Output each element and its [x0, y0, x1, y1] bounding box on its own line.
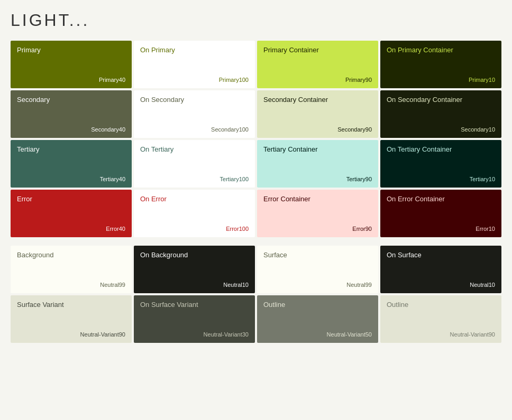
- cell-code-on-primary-container: Primary10: [469, 77, 495, 83]
- cell-code-surface: Neutral99: [346, 282, 372, 288]
- cell-label-outline: Outline: [263, 301, 372, 309]
- color-cell-secondary-container: Secondary ContainerSecondary90: [257, 90, 378, 138]
- cell-code-on-error-container: Error10: [476, 226, 495, 232]
- color-cell-tertiary: TertiaryTertiary40: [11, 140, 132, 188]
- cell-code-on-secondary: Secondary100: [211, 126, 249, 133]
- color-cell-on-secondary-container: On Secondary ContainerSecondary10: [380, 90, 501, 138]
- color-cell-error: ErrorError40: [11, 190, 132, 237]
- color-cell-on-primary-container: On Primary ContainerPrimary10: [380, 41, 501, 88]
- cell-code-tertiary: Tertiary40: [100, 176, 125, 182]
- color-cell-on-surface: On SurfaceNeutral10: [380, 246, 501, 293]
- cell-code-on-error: Error100: [226, 226, 249, 232]
- color-grid: PrimaryPrimary40On PrimaryPrimary100Prim…: [11, 41, 501, 343]
- color-cell-background: BackgroundNeutral99: [11, 246, 132, 293]
- cell-label-on-error-container: On Error Container: [387, 195, 495, 203]
- cell-code-on-secondary-container: Secondary10: [461, 126, 495, 133]
- row-surface-variant-row: Surface VariantNeutral-Variant90On Surfa…: [11, 295, 501, 343]
- color-cell-on-background: On BackgroundNeutral10: [134, 246, 255, 293]
- cell-label-on-background: On Background: [140, 251, 249, 259]
- cell-code-on-surface: Neutral10: [470, 282, 495, 288]
- cell-label-secondary: Secondary: [17, 96, 125, 104]
- cell-code-on-primary: Primary100: [219, 77, 249, 83]
- cell-label-primary: Primary: [17, 46, 125, 54]
- cell-label-surface: Surface: [263, 251, 372, 259]
- cell-code-on-tertiary-container: Tertiary10: [470, 176, 495, 182]
- color-cell-secondary: SecondarySecondary40: [11, 90, 132, 138]
- cell-code-on-background: Neutral10: [223, 282, 249, 288]
- cell-code-on-surface-variant: Neutral-Variant30: [204, 331, 249, 338]
- color-cell-primary: PrimaryPrimary40: [11, 41, 132, 88]
- cell-label-on-error: On Error: [140, 195, 249, 203]
- cell-code-primary-container: Primary90: [345, 77, 372, 83]
- color-cell-tertiary-container: Tertiary ContainerTertiary90: [257, 140, 378, 188]
- cell-label-on-surface-variant: On Surface Variant: [140, 301, 249, 309]
- color-cell-surface-variant: Surface VariantNeutral-Variant90: [11, 295, 132, 343]
- color-cell-on-secondary: On SecondarySecondary100: [134, 90, 255, 138]
- cell-label-tertiary: Tertiary: [17, 145, 125, 153]
- page-title: LIGHT...: [11, 11, 501, 30]
- color-cell-outline: OutlineNeutral-Variant50: [257, 295, 378, 343]
- cell-label-primary-container: Primary Container: [263, 46, 372, 54]
- color-cell-on-error: On ErrorError100: [134, 190, 255, 237]
- color-cell-on-surface-variant: On Surface VariantNeutral-Variant30: [134, 295, 255, 343]
- cell-code-outline2: Neutral-Variant90: [450, 331, 495, 338]
- cell-label-error: Error: [17, 195, 125, 203]
- row-error-row: ErrorError40On ErrorError100Error Contai…: [11, 190, 501, 237]
- cell-label-on-secondary-container: On Secondary Container: [387, 96, 495, 104]
- cell-code-outline: Neutral-Variant50: [327, 331, 372, 338]
- cell-label-surface-variant: Surface Variant: [17, 301, 125, 309]
- row-secondary-row: SecondarySecondary40On SecondarySecondar…: [11, 90, 501, 138]
- cell-code-primary: Primary40: [99, 77, 125, 83]
- row-tertiary-row: TertiaryTertiary40On TertiaryTertiary100…: [11, 140, 501, 188]
- cell-label-on-primary-container: On Primary Container: [387, 46, 495, 54]
- cell-label-secondary-container: Secondary Container: [263, 96, 372, 104]
- cell-label-on-tertiary-container: On Tertiary Container: [387, 145, 495, 153]
- cell-label-on-primary: On Primary: [140, 46, 249, 54]
- cell-label-background: Background: [17, 251, 125, 259]
- color-cell-on-primary: On PrimaryPrimary100: [134, 41, 255, 88]
- cell-code-error: Error40: [106, 226, 125, 232]
- cell-label-error-container: Error Container: [263, 195, 372, 203]
- row-background-row: BackgroundNeutral99On BackgroundNeutral1…: [11, 246, 501, 293]
- cell-code-secondary: Secondary40: [91, 126, 125, 133]
- row-primary-row: PrimaryPrimary40On PrimaryPrimary100Prim…: [11, 41, 501, 88]
- color-cell-primary-container: Primary ContainerPrimary90: [257, 41, 378, 88]
- color-cell-on-tertiary: On TertiaryTertiary100: [134, 140, 255, 188]
- color-cell-surface: SurfaceNeutral99: [257, 246, 378, 293]
- cell-label-on-tertiary: On Tertiary: [140, 145, 249, 153]
- cell-label-on-secondary: On Secondary: [140, 96, 249, 104]
- cell-code-error-container: Error90: [352, 226, 372, 232]
- cell-label-tertiary-container: Tertiary Container: [263, 145, 372, 153]
- color-cell-on-tertiary-container: On Tertiary ContainerTertiary10: [380, 140, 501, 188]
- cell-code-background: Neutral99: [100, 282, 125, 288]
- cell-code-surface-variant: Neutral-Variant90: [80, 331, 125, 338]
- cell-code-secondary-container: Secondary90: [337, 126, 372, 133]
- color-cell-on-error-container: On Error ContainerError10: [380, 190, 501, 237]
- cell-code-on-tertiary: Tertiary100: [220, 176, 249, 182]
- color-cell-error-container: Error ContainerError90: [257, 190, 378, 237]
- cell-code-tertiary-container: Tertiary90: [346, 176, 372, 182]
- cell-label-outline2: Outline: [387, 301, 495, 309]
- cell-label-on-surface: On Surface: [387, 251, 495, 259]
- color-cell-outline2: OutlineNeutral-Variant90: [380, 295, 501, 343]
